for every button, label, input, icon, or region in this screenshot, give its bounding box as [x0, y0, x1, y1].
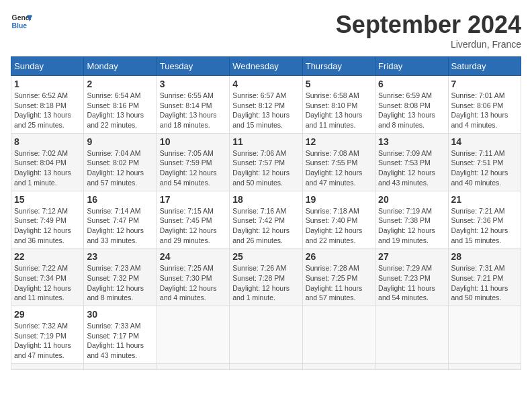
day-cell-19: 19 Sunrise: 7:18 AMSunset: 7:40 PMDaylig…	[302, 191, 375, 248]
empty-cell	[448, 306, 521, 364]
svg-text:Blue: Blue	[12, 22, 28, 30]
day-cell-21: 21 Sunrise: 7:21 AMSunset: 7:36 PMDaylig…	[448, 191, 521, 248]
day-cell-18: 18 Sunrise: 7:16 AMSunset: 7:42 PMDaylig…	[230, 191, 302, 248]
day-info: Sunrise: 7:18 AMSunset: 7:40 PMDaylight:…	[306, 206, 372, 246]
header-friday: Friday	[375, 57, 448, 76]
calendar-week-row: 15 Sunrise: 7:12 AMSunset: 7:49 PMDaylig…	[11, 191, 521, 248]
day-number: 24	[160, 251, 226, 262]
day-number: 20	[378, 194, 445, 205]
title-area: September 2024 Liverdun, France	[336, 11, 521, 50]
logo-icon: General Blue	[11, 11, 32, 32]
calendar-week-row: 22 Sunrise: 7:22 AMSunset: 7:34 PMDaylig…	[11, 248, 521, 306]
empty-cell	[302, 306, 375, 364]
header-monday: Monday	[84, 57, 157, 76]
day-cell-16: 16 Sunrise: 7:14 AMSunset: 7:47 PMDaylig…	[84, 191, 157, 248]
day-info: Sunrise: 7:16 AMSunset: 7:42 PMDaylight:…	[232, 206, 299, 246]
day-cell-24: 24 Sunrise: 7:25 AMSunset: 7:30 PMDaylig…	[157, 248, 229, 306]
day-number: 18	[232, 194, 299, 205]
weekday-header-row: Sunday Monday Tuesday Wednesday Thursday…	[11, 57, 521, 76]
day-cell-14: 14 Sunrise: 7:11 AMSunset: 7:51 PMDaylig…	[448, 133, 521, 191]
day-info: Sunrise: 6:58 AMSunset: 8:10 PMDaylight:…	[306, 91, 372, 130]
day-number: 30	[87, 309, 153, 320]
header-thursday: Thursday	[302, 57, 375, 76]
day-info: Sunrise: 7:05 AMSunset: 7:59 PMDaylight:…	[160, 148, 226, 188]
day-info: Sunrise: 7:09 AMSunset: 7:53 PMDaylight:…	[378, 148, 445, 188]
calendar-week-row	[11, 363, 521, 369]
day-cell-2: 2 Sunrise: 6:54 AMSunset: 8:16 PMDayligh…	[84, 76, 157, 134]
day-number: 7	[451, 79, 518, 89]
day-cell-29: 29 Sunrise: 7:32 AMSunset: 7:19 PMDaylig…	[11, 306, 84, 364]
day-number: 2	[87, 79, 153, 89]
day-cell-13: 13 Sunrise: 7:09 AMSunset: 7:53 PMDaylig…	[375, 133, 448, 191]
location: Liverdun, France	[336, 39, 521, 50]
day-info: Sunrise: 7:23 AMSunset: 7:32 PMDaylight:…	[87, 263, 153, 303]
day-info: Sunrise: 7:21 AMSunset: 7:36 PMDaylight:…	[451, 206, 518, 246]
day-number: 13	[378, 136, 445, 147]
day-info: Sunrise: 7:15 AMSunset: 7:45 PMDaylight:…	[160, 206, 226, 246]
day-number: 1	[14, 79, 81, 89]
day-number: 3	[160, 79, 226, 89]
day-number: 16	[87, 194, 153, 205]
day-info: Sunrise: 6:59 AMSunset: 8:08 PMDaylight:…	[378, 91, 445, 130]
day-number: 21	[451, 194, 518, 205]
day-cell-26: 26 Sunrise: 7:28 AMSunset: 7:25 PMDaylig…	[302, 248, 375, 306]
day-number: 29	[14, 309, 81, 320]
header-tuesday: Tuesday	[157, 57, 229, 76]
day-cell-15: 15 Sunrise: 7:12 AMSunset: 7:49 PMDaylig…	[11, 191, 84, 248]
empty-cell	[84, 363, 157, 369]
day-info: Sunrise: 7:02 AMSunset: 8:04 PMDaylight:…	[14, 148, 81, 188]
day-number: 19	[306, 194, 372, 205]
day-number: 26	[306, 251, 372, 262]
empty-cell	[157, 363, 229, 369]
day-info: Sunrise: 7:29 AMSunset: 7:23 PMDaylight:…	[378, 263, 445, 303]
day-number: 8	[14, 136, 81, 147]
day-number: 9	[87, 136, 153, 147]
day-info: Sunrise: 7:33 AMSunset: 7:17 PMDaylight:…	[87, 321, 153, 361]
day-number: 25	[232, 251, 299, 262]
day-cell-7: 7 Sunrise: 7:01 AMSunset: 8:06 PMDayligh…	[448, 76, 521, 134]
day-info: Sunrise: 7:12 AMSunset: 7:49 PMDaylight:…	[14, 206, 81, 246]
day-cell-6: 6 Sunrise: 6:59 AMSunset: 8:08 PMDayligh…	[375, 76, 448, 134]
day-cell-20: 20 Sunrise: 7:19 AMSunset: 7:38 PMDaylig…	[375, 191, 448, 248]
day-info: Sunrise: 7:22 AMSunset: 7:34 PMDaylight:…	[14, 263, 81, 303]
day-cell-11: 11 Sunrise: 7:06 AMSunset: 7:57 PMDaylig…	[230, 133, 302, 191]
day-info: Sunrise: 7:06 AMSunset: 7:57 PMDaylight:…	[232, 148, 299, 188]
empty-cell	[230, 363, 302, 369]
calendar-week-row: 29 Sunrise: 7:32 AMSunset: 7:19 PMDaylig…	[11, 306, 521, 364]
day-info: Sunrise: 6:55 AMSunset: 8:14 PMDaylight:…	[160, 91, 226, 130]
day-info: Sunrise: 6:57 AMSunset: 8:12 PMDaylight:…	[232, 91, 299, 130]
calendar-table: Sunday Monday Tuesday Wednesday Thursday…	[11, 56, 521, 370]
day-cell-9: 9 Sunrise: 7:04 AMSunset: 8:02 PMDayligh…	[84, 133, 157, 191]
empty-cell	[11, 363, 84, 369]
empty-cell	[375, 363, 448, 369]
day-info: Sunrise: 6:52 AMSunset: 8:18 PMDaylight:…	[14, 91, 81, 130]
day-info: Sunrise: 7:14 AMSunset: 7:47 PMDaylight:…	[87, 206, 153, 246]
day-cell-8: 8 Sunrise: 7:02 AMSunset: 8:04 PMDayligh…	[11, 133, 84, 191]
day-info: Sunrise: 7:01 AMSunset: 8:06 PMDaylight:…	[451, 91, 518, 130]
month-title: September 2024	[336, 11, 521, 39]
day-number: 22	[14, 251, 81, 262]
day-number: 15	[14, 194, 81, 205]
day-number: 11	[232, 136, 299, 147]
empty-cell	[448, 363, 521, 369]
day-number: 27	[378, 251, 445, 262]
day-number: 12	[306, 136, 372, 147]
day-number: 10	[160, 136, 226, 147]
day-cell-28: 28 Sunrise: 7:31 AMSunset: 7:21 PMDaylig…	[448, 248, 521, 306]
day-number: 4	[232, 79, 299, 89]
empty-cell	[302, 363, 375, 369]
header-saturday: Saturday	[448, 57, 521, 76]
day-info: Sunrise: 7:32 AMSunset: 7:19 PMDaylight:…	[14, 321, 81, 361]
header-sunday: Sunday	[11, 57, 84, 76]
page-header: General Blue September 2024 Liverdun, Fr…	[11, 11, 521, 50]
day-cell-23: 23 Sunrise: 7:23 AMSunset: 7:32 PMDaylig…	[84, 248, 157, 306]
day-number: 28	[451, 251, 518, 262]
empty-cell	[230, 306, 302, 364]
day-cell-27: 27 Sunrise: 7:29 AMSunset: 7:23 PMDaylig…	[375, 248, 448, 306]
day-info: Sunrise: 7:31 AMSunset: 7:21 PMDaylight:…	[451, 263, 518, 303]
day-info: Sunrise: 7:11 AMSunset: 7:51 PMDaylight:…	[451, 148, 518, 188]
day-cell-12: 12 Sunrise: 7:08 AMSunset: 7:55 PMDaylig…	[302, 133, 375, 191]
day-info: Sunrise: 7:08 AMSunset: 7:55 PMDaylight:…	[306, 148, 372, 188]
day-number: 14	[451, 136, 518, 147]
day-cell-5: 5 Sunrise: 6:58 AMSunset: 8:10 PMDayligh…	[302, 76, 375, 134]
